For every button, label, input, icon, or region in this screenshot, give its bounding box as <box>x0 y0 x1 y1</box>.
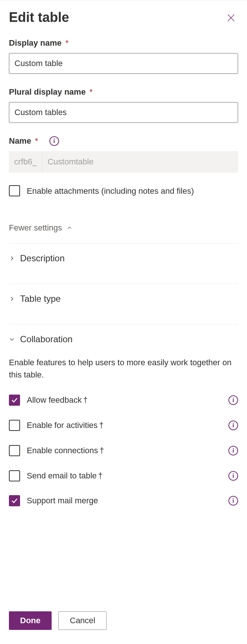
enable-connections-row: Enable connections† i <box>9 438 238 463</box>
allow-feedback-row: Allow feedback† i <box>9 388 238 413</box>
chevron-right-icon <box>9 296 15 302</box>
plural-display-name-label: Plural display name * <box>9 87 238 97</box>
name-prefix: crfb6_ <box>9 151 42 173</box>
name-label: Name * <box>9 136 38 146</box>
edit-table-panel: Edit table Display name * <box>0 0 247 644</box>
send-email-checkbox[interactable] <box>9 470 20 481</box>
name-input-row: crfb6_ <box>9 151 238 173</box>
enable-attachments-label: Enable attachments (including notes and … <box>27 185 194 197</box>
name-group: Name * i crfb6_ <box>9 136 238 173</box>
support-mail-merge-label: Support mail merge <box>27 495 98 507</box>
cancel-button[interactable]: Cancel <box>58 611 107 630</box>
description-accordion-label: Description <box>20 253 65 264</box>
done-button[interactable]: Done <box>9 611 52 630</box>
panel-header: Edit table <box>9 0 238 25</box>
info-icon[interactable]: i <box>228 496 238 506</box>
table-type-accordion-label: Table type <box>20 294 61 304</box>
info-icon[interactable]: i <box>228 471 238 481</box>
close-icon <box>226 13 236 23</box>
enable-attachments-checkbox[interactable] <box>9 185 20 196</box>
table-type-accordion[interactable]: Table type <box>9 284 238 314</box>
chevron-up-icon <box>66 225 72 231</box>
name-label-text: Name <box>9 136 31 146</box>
description-accordion[interactable]: Description <box>9 243 238 273</box>
panel-title: Edit table <box>9 10 69 25</box>
info-icon[interactable]: i <box>228 446 238 455</box>
info-icon[interactable]: i <box>49 136 59 146</box>
enable-activities-label: Enable for activities† <box>27 419 104 431</box>
required-indicator: * <box>35 136 38 146</box>
display-name-label: Display name * <box>9 38 238 48</box>
plural-display-name-group: Plural display name * <box>9 87 238 123</box>
collaboration-accordion-label: Collaboration <box>20 334 72 344</box>
allow-feedback-checkbox[interactable] <box>9 395 20 406</box>
display-name-group: Display name * <box>9 38 238 74</box>
required-indicator: * <box>65 38 69 48</box>
allow-feedback-label: Allow feedback† <box>27 394 88 406</box>
enable-connections-label: Enable connections† <box>27 445 104 457</box>
info-icon[interactable]: i <box>228 421 238 430</box>
required-indicator: * <box>90 87 93 97</box>
plural-display-name-label-text: Plural display name <box>9 87 86 97</box>
enable-activities-row: Enable for activities† i <box>9 413 238 438</box>
chevron-down-icon <box>9 336 15 342</box>
panel-footer: Done Cancel <box>0 601 247 644</box>
fewer-settings-toggle[interactable]: Fewer settings <box>9 223 238 233</box>
scroll-area[interactable]: Edit table Display name * <box>0 0 247 601</box>
display-name-input[interactable] <box>9 53 238 74</box>
collaboration-accordion[interactable]: Collaboration <box>9 324 238 354</box>
name-input <box>42 151 238 173</box>
send-email-label: Send email to table† <box>27 470 103 482</box>
enable-connections-checkbox[interactable] <box>9 445 20 456</box>
support-mail-merge-row: Support mail merge i <box>9 488 238 513</box>
collaboration-description: Enable features to help users to more ea… <box>9 356 238 381</box>
support-mail-merge-checkbox[interactable] <box>9 495 20 506</box>
fewer-settings-label: Fewer settings <box>9 223 62 233</box>
enable-attachments-row: Enable attachments (including notes and … <box>9 185 238 197</box>
plural-display-name-input[interactable] <box>9 102 238 123</box>
close-button[interactable] <box>224 11 238 25</box>
chevron-right-icon <box>9 255 15 261</box>
enable-activities-checkbox[interactable] <box>9 420 20 431</box>
send-email-row: Send email to table† i <box>9 463 238 488</box>
display-name-label-text: Display name <box>9 38 62 48</box>
info-icon[interactable]: i <box>228 395 238 405</box>
